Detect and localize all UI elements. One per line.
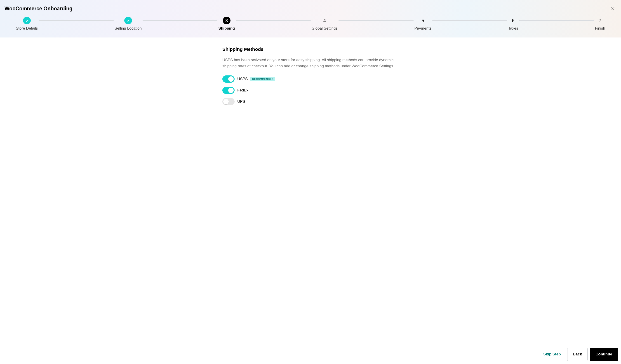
step-label: Selling Location <box>115 26 142 31</box>
section-description: USPS has been activated on your store fo… <box>222 57 399 69</box>
content: Shipping Methods USPS has been activated… <box>222 47 399 336</box>
step-bubble: 5 <box>419 17 427 24</box>
toggle-knob <box>223 99 229 104</box>
continue-button[interactable]: Continue <box>590 348 618 361</box>
onboarding-header: WooCommerce Onboarding Store DetailsSell… <box>0 0 621 37</box>
toggle-knob <box>228 88 234 93</box>
step-bubble <box>23 17 31 24</box>
check-icon <box>25 19 29 22</box>
toggle-knob <box>228 76 234 82</box>
step-taxes[interactable]: 6Taxes <box>508 17 518 31</box>
check-icon <box>126 19 130 22</box>
step-label: Taxes <box>508 26 518 31</box>
close-icon <box>611 7 615 11</box>
stepper: Store DetailsSelling Location3Shipping4G… <box>4 17 617 31</box>
step-label: Finish <box>595 26 605 31</box>
shipping-method-row: FedEx <box>222 87 399 94</box>
step-selling-location[interactable]: Selling Location <box>115 17 142 31</box>
step-connector <box>143 20 218 21</box>
step-store-details[interactable]: Store Details <box>16 17 38 31</box>
shipping-methods-list: USPSRECOMMENDEDFedExUPS <box>222 75 399 105</box>
header-top: WooCommerce Onboarding <box>4 5 617 12</box>
toggle-usps[interactable] <box>222 75 235 83</box>
footer-actions: Skip Step Back Continue <box>0 346 621 364</box>
close-button[interactable] <box>609 5 617 12</box>
step-connector <box>519 20 594 21</box>
recommended-badge: RECOMMENDED <box>250 77 275 81</box>
step-label: Store Details <box>16 26 38 31</box>
toggle-fedex[interactable] <box>222 87 235 94</box>
step-connector <box>432 20 507 21</box>
skip-step-button[interactable]: Skip Step <box>539 348 565 361</box>
step-connector <box>236 20 311 21</box>
step-shipping[interactable]: 3Shipping <box>218 17 235 31</box>
step-payments[interactable]: 5Payments <box>414 17 432 31</box>
back-button[interactable]: Back <box>567 348 588 361</box>
page-title: WooCommerce Onboarding <box>4 6 72 12</box>
section-title: Shipping Methods <box>222 47 399 52</box>
main-area: Shipping Methods USPS has been activated… <box>0 37 621 346</box>
step-label: Payments <box>414 26 432 31</box>
shipping-method-row: USPSRECOMMENDED <box>222 75 399 83</box>
step-label: Shipping <box>218 26 235 31</box>
step-label: Global Settings <box>312 26 338 31</box>
step-finish[interactable]: 7Finish <box>595 17 605 31</box>
step-connector <box>39 20 114 21</box>
shipping-method-name: FedEx <box>237 88 248 93</box>
toggle-ups[interactable] <box>222 98 235 105</box>
shipping-method-name: USPS <box>237 77 248 81</box>
step-bubble: 6 <box>509 17 517 24</box>
shipping-method-row: UPS <box>222 98 399 105</box>
step-bubble <box>124 17 132 24</box>
step-bubble: 4 <box>321 17 328 24</box>
step-bubble: 7 <box>596 17 604 24</box>
step-connector <box>339 20 414 21</box>
shipping-method-name: UPS <box>237 99 245 104</box>
step-bubble: 3 <box>223 17 230 24</box>
step-global-settings[interactable]: 4Global Settings <box>312 17 338 31</box>
